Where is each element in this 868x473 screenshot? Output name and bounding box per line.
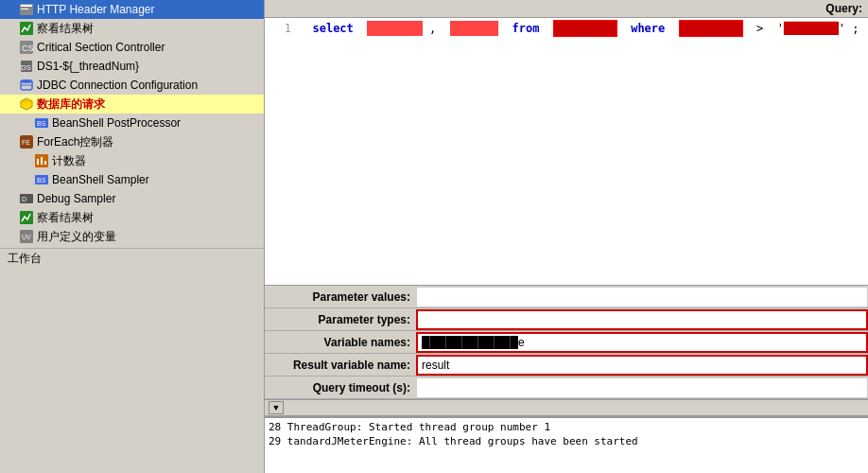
svg-text:CS: CS <box>22 44 34 53</box>
user-vars-icon: UV <box>19 229 34 244</box>
sidebar-item-listener-2[interactable]: 察看结果树 <box>0 208 264 227</box>
beanshell-sampler-icon: BS <box>34 172 49 187</box>
sql-field-mobile: mobile <box>450 21 498 36</box>
svg-point-9 <box>21 79 32 83</box>
counter-icon <box>34 153 49 168</box>
sidebar-item-http-header[interactable]: HTTP Header Manager <box>0 0 264 19</box>
sidebar-item-beanshell-sampler-label: BeanShell Sampler <box>52 173 149 186</box>
sql-col-redacted: ████████ <box>679 20 743 37</box>
sidebar-item-jdbc-connection[interactable]: JDBC Connection Configuration <box>0 76 264 95</box>
sidebar-item-user-vars[interactable]: UV 用户定义的变量 <box>0 227 264 246</box>
sidebar-item-critical-section[interactable]: CS Critical Section Controller <box>0 38 264 57</box>
sql-table-redacted: ████████ <box>553 20 617 37</box>
sql-keyword-select: select <box>312 22 353 35</box>
param-result-var-label: Result variable name: <box>265 359 416 372</box>
param-values-label: Parameter values: <box>265 290 416 304</box>
sidebar-item-counter[interactable]: 计数器 <box>0 151 264 170</box>
param-row-values: Parameter values: <box>265 286 868 308</box>
db-request-icon <box>19 96 34 112</box>
sql-content: select user_id , mobile from ████████ wh… <box>299 22 859 35</box>
svg-text:BS: BS <box>37 177 46 184</box>
sidebar-item-listener-1-label: 察看结果树 <box>37 21 94 37</box>
param-timeout-label: Query timeout (s): <box>265 381 416 394</box>
beanshell-post-icon: BS <box>34 115 49 131</box>
svg-rect-1 <box>21 5 32 7</box>
critical-section-icon: CS <box>19 40 34 55</box>
sidebar: HTTP Header Manager 察看结果树 CS Critical Se… <box>0 0 265 473</box>
param-varnames-label: Variable names: <box>265 336 416 349</box>
foreach-icon: FE <box>19 134 34 149</box>
param-row-timeout: Query timeout (s): <box>265 377 868 399</box>
log-area[interactable]: 28 ThreadGroup: Started thread group num… <box>265 416 868 473</box>
listener-1-icon <box>19 21 34 36</box>
sql-field-userid: user_id <box>367 21 423 36</box>
workbench-label: 工作台 <box>0 248 264 269</box>
svg-rect-2 <box>21 9 28 9</box>
sidebar-item-ds1[interactable]: DS DS1-${_threadNum} <box>0 57 264 76</box>
param-timeout-input[interactable] <box>416 377 868 398</box>
sidebar-item-beanshell-sampler[interactable]: BS BeanShell Sampler <box>0 170 264 189</box>
svg-text:DS: DS <box>21 63 31 72</box>
sidebar-item-beanshell-post[interactable]: BS BeanShell PostProcessor <box>0 114 264 132</box>
sql-keyword-from: from <box>512 22 540 35</box>
main-panel: Query: 1 select user_id , mobile from ██… <box>265 0 868 473</box>
svg-text:BS: BS <box>37 120 46 127</box>
svg-text:UV: UV <box>22 234 31 240</box>
line-number-1: 1 <box>269 22 291 35</box>
sidebar-item-db-request-label: 数据库的请求 <box>37 96 105 113</box>
sql-keyword-where: where <box>631 22 665 35</box>
param-types-label: Parameter types: <box>265 313 416 326</box>
sidebar-item-user-vars-label: 用户定义的变量 <box>37 229 116 245</box>
sidebar-item-debug-sampler-label: Debug Sampler <box>37 192 115 205</box>
sql-val-redacted: ████████ <box>784 22 839 35</box>
svg-text:FE: FE <box>22 139 30 146</box>
listener-2-icon <box>19 210 34 225</box>
sidebar-item-ds1-label: DS1-${_threadNum} <box>37 60 139 73</box>
param-row-types: Parameter types: <box>265 308 868 331</box>
http-header-icon <box>19 2 34 17</box>
sidebar-item-beanshell-post-label: BeanShell PostProcessor <box>52 116 181 130</box>
query-section: 1 select user_id , mobile from ████████ … <box>265 18 868 285</box>
main-container: HTTP Header Manager 察看结果树 CS Critical Se… <box>0 0 868 473</box>
log-collapse-button[interactable]: ▼ <box>269 401 284 414</box>
jdbc-icon <box>19 78 34 93</box>
sidebar-item-critical-section-label: Critical Section Controller <box>37 41 165 54</box>
log-line-2: 29 tandardJMeterEngine: All thread group… <box>269 434 864 448</box>
params-section: Parameter values: Parameter types: Varia… <box>265 285 868 399</box>
param-varnames-input[interactable] <box>418 334 866 351</box>
svg-text:D: D <box>22 196 26 202</box>
log-line-1: 28 ThreadGroup: Started thread group num… <box>269 420 864 434</box>
sidebar-item-listener-2-label: 察看结果树 <box>37 210 94 226</box>
sidebar-item-debug-sampler[interactable]: D Debug Sampler <box>0 189 264 208</box>
sidebar-item-http-header-label: HTTP Header Manager <box>37 3 155 16</box>
param-types-input[interactable] <box>418 311 866 328</box>
sidebar-item-counter-label: 计数器 <box>52 153 86 169</box>
param-result-var-input[interactable] <box>418 357 866 374</box>
sidebar-item-jdbc-label: JDBC Connection Configuration <box>37 79 198 92</box>
param-values-input[interactable] <box>416 287 868 307</box>
sidebar-item-foreach[interactable]: FE ForEach控制器 <box>0 132 264 151</box>
debug-sampler-icon: D <box>19 191 34 206</box>
content-area: HTTP Header Manager 察看结果树 CS Critical Se… <box>0 0 868 473</box>
query-editor[interactable]: 1 select user_id , mobile from ████████ … <box>265 18 868 285</box>
sql-line-1: 1 select user_id , mobile from ████████ … <box>269 22 864 35</box>
ds1-icon: DS <box>19 59 34 74</box>
param-row-varnames: Variable names: <box>265 331 868 354</box>
param-row-result-var: Result variable name: <box>265 354 868 377</box>
panel-header: Query: <box>265 0 868 18</box>
sidebar-item-db-request[interactable]: 数据库的请求 <box>0 95 264 114</box>
sidebar-item-listener-1[interactable]: 察看结果树 <box>0 19 264 38</box>
log-toolbar: ▼ <box>265 399 868 416</box>
query-header-label: Query: <box>825 2 862 15</box>
sidebar-item-foreach-label: ForEach控制器 <box>37 134 113 150</box>
